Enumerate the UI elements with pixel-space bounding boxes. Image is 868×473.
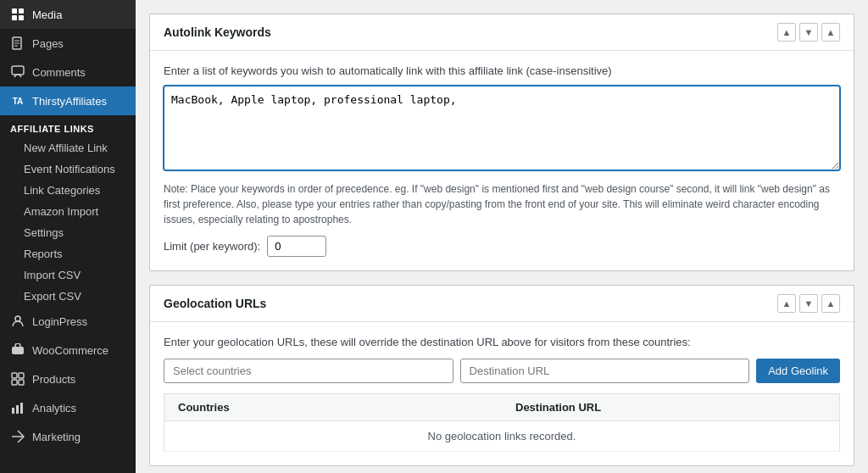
ta-icon: TA [10,93,25,109]
sidebar-subitem-reports[interactable]: Reports [0,243,136,264]
main-content: Autolink Keywords ▲ ▼ ▲ Enter a list of … [136,0,868,473]
sidebar-label-marketing: Marketing [32,431,81,443]
autolink-panel-header: Autolink Keywords ▲ ▼ ▲ [150,14,854,51]
affiliate-links-section-header: Affiliate Links [0,115,136,137]
sidebar-label-woocommerce: WooCommerce [32,344,108,357]
autolink-description: Enter a list of keywords you wish to aut… [164,64,840,77]
svg-rect-11 [12,373,17,378]
svg-rect-17 [20,403,23,414]
analytics-icon [10,400,25,415]
svg-rect-14 [19,380,24,385]
autolink-panel-title: Autolink Keywords [164,25,271,39]
woo-icon [10,342,25,358]
autolink-move-up-button[interactable]: ▲ [777,23,796,42]
svg-rect-8 [12,66,24,75]
geolocation-input-row: Add Geolink [164,359,840,383]
loginpress-icon [10,314,25,329]
sidebar-subitem-new-affiliate-link[interactable]: New Affiliate Link [0,137,136,159]
svg-rect-10 [12,347,24,354]
sidebar-subitem-settings[interactable]: Settings [0,222,136,243]
svg-rect-12 [19,373,24,378]
sidebar-subitem-link-categories[interactable]: Link Categories [0,180,136,201]
sidebar-item-thirstyaffiliates[interactable]: TA ThirstyAffiliates [0,86,136,115]
marketing-icon [10,429,25,444]
svg-rect-15 [12,408,14,414]
sidebar-subitem-export-csv[interactable]: Export CSV [0,286,136,307]
svg-point-9 [15,316,20,321]
sidebar-item-loginpress[interactable]: LoginPress [0,307,136,336]
sidebar-item-analytics[interactable]: Analytics [0,393,136,422]
media-icon [10,7,25,22]
autolink-limit-label: Limit (per keyword): [164,240,260,253]
geolocation-panel-header: Geolocation URLs ▲ ▼ ▲ [150,286,854,322]
autolink-panel-body: Enter a list of keywords you wish to aut… [150,51,854,270]
sidebar-item-marketing[interactable]: Marketing [0,422,136,451]
sidebar-subitem-import-csv[interactable]: Import CSV [0,264,136,286]
geolocation-table: Countries Destination URL No geolocation… [164,393,840,452]
geolocation-description: Enter your geolocation URLs, these will … [164,336,840,348]
geolocation-destination-input[interactable] [460,359,750,383]
geolocation-collapse-button[interactable]: ▲ [821,294,840,313]
sidebar-label-thirstyaffiliates: ThirstyAffiliates [32,95,107,108]
sidebar-label-comments: Comments [32,66,86,79]
autolink-panel: Autolink Keywords ▲ ▼ ▲ Enter a list of … [149,14,854,271]
svg-rect-0 [12,8,17,14]
comments-icon [10,64,25,80]
sidebar-item-pages[interactable]: Pages [0,29,136,58]
autolink-move-down-button[interactable]: ▼ [799,23,818,42]
geolocation-move-up-button[interactable]: ▲ [777,294,796,313]
sidebar-item-products[interactable]: Products [0,364,136,393]
autolink-note: Note: Place your keywords in order of pr… [164,181,840,227]
autolink-keywords-input[interactable]: MacBook, Apple laptop, professional lapt… [164,86,840,170]
geolocation-panel-title: Geolocation URLs [164,297,266,310]
svg-rect-2 [12,15,17,20]
products-icon [10,371,25,387]
pages-icon [10,36,25,51]
svg-rect-3 [19,15,24,20]
geolocation-move-down-button[interactable]: ▼ [799,294,818,313]
geo-table-col-countries: Countries [164,394,503,421]
svg-rect-1 [19,8,24,14]
geo-table-empty-row: No geolocation links recorded. [164,421,840,452]
sidebar-label-media: Media [32,8,62,21]
sidebar-item-comments[interactable]: Comments [0,58,136,86]
autolink-limit-input[interactable] [267,236,326,257]
sidebar: Media Pages Comments TA ThirstyAffiliate… [0,0,136,473]
geo-table-empty-message: No geolocation links recorded. [164,421,840,452]
add-geolink-button[interactable]: Add Geolink [756,359,840,383]
geolocation-countries-input[interactable] [164,359,453,383]
autolink-panel-controls: ▲ ▼ ▲ [777,23,840,42]
sidebar-item-woocommerce[interactable]: WooCommerce [0,336,136,364]
sidebar-subitem-amazon-import[interactable]: Amazon Import [0,201,136,222]
svg-rect-16 [16,405,19,414]
geolocation-panel-controls: ▲ ▼ ▲ [777,294,840,313]
sidebar-label-loginpress: LoginPress [32,315,87,328]
sidebar-label-analytics: Analytics [32,402,76,415]
autolink-limit-row: Limit (per keyword): [164,236,840,257]
geo-table-col-destination: Destination URL [502,394,840,421]
autolink-collapse-button[interactable]: ▲ [821,23,840,42]
sidebar-label-pages: Pages [32,37,64,50]
sidebar-subitem-event-notifications[interactable]: Event Notifications [0,159,136,180]
sidebar-label-products: Products [32,373,75,386]
sidebar-item-media[interactable]: Media [0,0,136,29]
svg-rect-13 [12,380,17,385]
geolocation-panel: Geolocation URLs ▲ ▼ ▲ Enter your geoloc… [149,285,854,466]
geolocation-panel-body: Enter your geolocation URLs, these will … [150,322,854,465]
